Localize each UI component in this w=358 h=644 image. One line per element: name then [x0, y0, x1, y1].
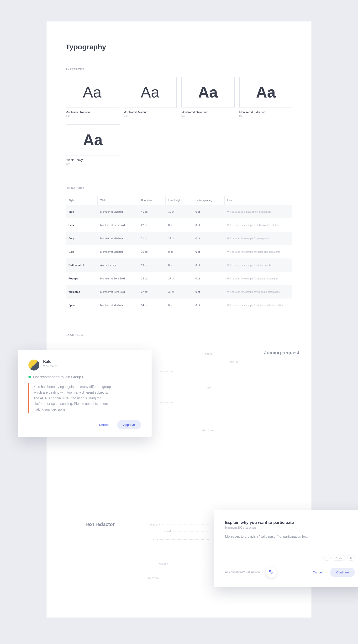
- document-sheet: Typography TYPEFACES Aa Montserrat Regul…: [47, 22, 311, 618]
- cell-style: Popups: [66, 272, 97, 285]
- cell-width: Avenir Heavy: [97, 258, 138, 272]
- cell-width: Montserrat SemiBold: [97, 272, 138, 285]
- call-button[interactable]: [266, 567, 277, 578]
- text-redactor-popup: Explain why you want to participate Mini…: [214, 510, 358, 587]
- cancel-button[interactable]: Cancel: [309, 568, 325, 576]
- phone-icon: [269, 570, 273, 574]
- tool-italic-button[interactable]: I: [323, 555, 330, 560]
- tool-html-button[interactable]: HTML: [332, 555, 345, 560]
- cell-width: Montserrat SemiBold: [97, 285, 138, 298]
- cell-fontsize: 21 px: [138, 232, 165, 245]
- table-row: Button labelAvenir Heavy19 px0 pt0 ptWil…: [66, 258, 292, 272]
- annot-tag-small: <small>: [163, 530, 174, 533]
- cell-letterspacing: 0 pt: [193, 205, 224, 218]
- typeface-glyph: Aa: [83, 85, 101, 100]
- cell-use: Will be used for example for button labe…: [224, 258, 292, 272]
- section-label-typefaces: TYPEFACES: [66, 68, 292, 71]
- cell-letterspacing: 0 pt: [193, 298, 224, 312]
- popup-body: Kalo has been trying to join too many di…: [29, 383, 114, 414]
- cell-fontsize: 27 px: [138, 285, 165, 298]
- annot-tag-label: <label>: [202, 352, 213, 356]
- table-row: WelcomeMontserrat SemiBold27 px39 pt0 pt…: [66, 285, 292, 298]
- annot-tag-label: <label>: [149, 523, 160, 526]
- cell-use: Will be used as a page title or section …: [224, 205, 292, 218]
- cell-use: Will be used for example for labels of t…: [224, 218, 292, 232]
- cell-width: Montserrat Medium: [97, 205, 138, 218]
- annot-tag-small: <small>: [228, 360, 239, 364]
- typeface-weight: 400: [66, 115, 119, 117]
- cell-use: Will be used for example for buttons in …: [224, 298, 292, 312]
- approve-button[interactable]: Approve: [117, 420, 141, 430]
- table-row: LabelMontserrat SemiBold22 px0 pt0 ptWil…: [66, 218, 292, 232]
- redactor-heading: Explain why you want to participate: [225, 520, 355, 525]
- cell-style: Button label: [66, 258, 97, 272]
- col-lineheight: Line height: [165, 196, 193, 205]
- cell-width: Montserrat SemiBold: [97, 218, 138, 232]
- table-header-row: Style Width Font size Line height Letter…: [66, 196, 292, 205]
- hierarchy-table: Style Width Font size Line height Letter…: [66, 196, 292, 312]
- cell-style: Date: [66, 245, 97, 258]
- col-use: Use: [224, 196, 292, 205]
- help-text: Any questions? Call us now.: [225, 570, 261, 574]
- decline-button[interactable]: Decline: [96, 420, 113, 429]
- typeface-name: Montserrat Regular: [66, 111, 119, 114]
- typeface-card: Aa Montserrat ExtraBold 800: [239, 77, 293, 117]
- cell-style: Body: [66, 232, 97, 245]
- redactor-sub: Minimum 200 characters: [225, 526, 355, 529]
- cell-style: Welcome: [66, 285, 97, 298]
- cell-letterspacing: 0 pt: [193, 245, 224, 258]
- col-fontsize: Font size: [138, 196, 165, 205]
- typeface-card: Aa Montserrat SemiBold 600: [181, 77, 235, 117]
- annotation-text-redactor: Text redactor <label> <small> <p> <span>…: [85, 522, 209, 527]
- cell-lineheight: 0 pt: [165, 218, 193, 232]
- cell-use: Will be used for example for welcome par…: [224, 285, 292, 298]
- section-label-examples: EXAMPLES: [66, 333, 292, 337]
- typeface-card: Aa Montserrat Regular 400: [66, 77, 119, 117]
- tool-bold-button[interactable]: B: [347, 555, 355, 560]
- cell-use: Will be used for example for popups para…: [224, 272, 292, 285]
- cell-lineheight: 0 pt: [165, 258, 193, 272]
- annot-tag-p: <p>: [153, 538, 158, 541]
- popup-status-text: Not recomended to join Group B.: [33, 375, 86, 379]
- cell-fontsize: 41 px: [138, 205, 165, 218]
- cell-letterspacing: 0 pt: [193, 272, 224, 285]
- redactor-text-post: " of participation for…: [277, 534, 309, 538]
- cell-letterspacing: 0 pt: [193, 258, 224, 272]
- annot-tag-button: <button>: [147, 576, 159, 580]
- table-row: TitleMontserrat Medium41 px39 pt0 ptWill…: [66, 205, 292, 218]
- typeface-glyph: Aa: [198, 85, 218, 100]
- table-row: SpanMontserrat Medium14 px0 pt0 ptWill b…: [66, 298, 292, 312]
- section-label-hierarchy: HIERARCHY: [66, 186, 292, 190]
- annot-tag-p: <p>: [206, 386, 211, 389]
- cell-lineheight: 27 pt: [165, 272, 193, 285]
- status-dot-icon: [29, 376, 31, 378]
- typeface-name: Avenir Heavy: [66, 158, 120, 162]
- cell-letterspacing: 0 pt: [193, 218, 224, 232]
- hierarchy-section: HIERARCHY Style Width Font size Line hei…: [66, 186, 292, 312]
- typeface-weight: 800: [239, 115, 293, 117]
- typeface-name: Montserrat Medium: [124, 111, 177, 114]
- typeface-card: Aa Avenir Heavy 900: [66, 124, 120, 165]
- redactor-text[interactable]: Moreover, to provide a "valid riason" of…: [225, 534, 355, 538]
- cell-letterspacing: 0 pt: [193, 232, 224, 245]
- cell-fontsize: 19 px: [138, 258, 165, 272]
- annotation-title: Joining request: [166, 350, 299, 356]
- cell-fontsize: 22 px: [138, 218, 165, 232]
- typeface-glyph: Aa: [83, 132, 103, 148]
- popup-name: Kalo: [43, 360, 58, 364]
- col-width: Width: [97, 196, 138, 205]
- examples-section: EXAMPLES Kalo 23% match Not recomended t…: [66, 333, 292, 337]
- help-link[interactable]: Call us now.: [245, 570, 261, 574]
- typeface-name: Montserrat SemiBold: [181, 111, 235, 114]
- cell-style: Title: [66, 205, 97, 218]
- continue-button[interactable]: Continue: [330, 568, 355, 577]
- cell-width: Montserrat Medium: [97, 245, 138, 258]
- typeface-glyph: Aa: [256, 85, 276, 100]
- cell-lineheight: 0 pt: [165, 245, 193, 258]
- typeface-weight: 600: [181, 115, 235, 117]
- annot-tag-span: <span>: [159, 562, 168, 565]
- typefaces-grid: Aa Montserrat Regular 400 Aa Montserrat …: [66, 77, 292, 117]
- popup-match: 23% match: [43, 364, 58, 368]
- cell-style: Span: [66, 298, 97, 312]
- help-text-pre: Any questions?: [225, 570, 245, 574]
